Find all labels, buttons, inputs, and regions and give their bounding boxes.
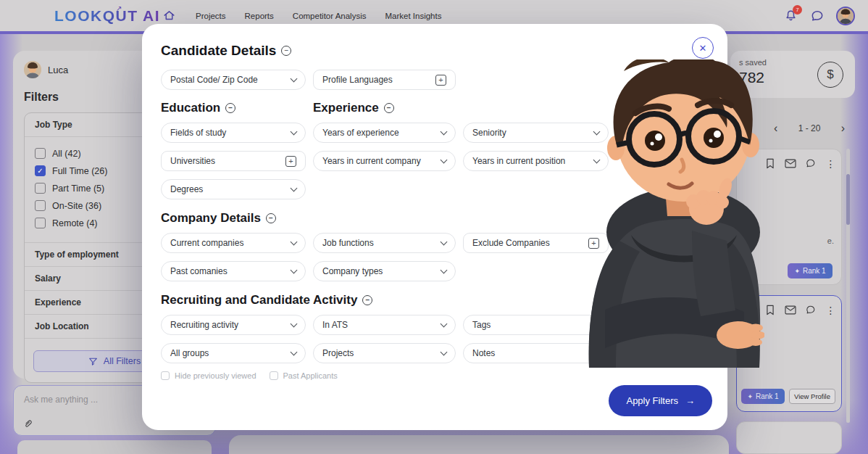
sparkle-icon: ✦ — [747, 393, 753, 400]
dropdown-current-companies[interactable]: Current companies — [161, 233, 306, 253]
checkbox-label: On-Site (36) — [52, 201, 101, 211]
collapse-section-icon[interactable]: − — [384, 103, 394, 113]
dropdown-recruiting-activity[interactable]: Recruiting activity — [161, 315, 306, 335]
input-profile-languages[interactable]: Profile Languages + — [313, 70, 456, 90]
checkbox-box[interactable] — [35, 200, 46, 211]
collapse-section-icon[interactable]: − — [281, 46, 291, 56]
checkbox-box[interactable] — [35, 218, 46, 228]
rank-button[interactable]: ✦ Rank 1 — [788, 263, 832, 278]
checkbox-label: All (42) — [52, 149, 81, 159]
checkbox-label: Full Time (26) — [52, 166, 107, 176]
view-profile-button[interactable]: View Profile — [789, 389, 835, 404]
dollar-icon: $ — [817, 62, 843, 88]
ask-placeholder: Ask me anything ... — [24, 395, 98, 405]
dropdown-in-ats[interactable]: In ATS — [313, 315, 456, 335]
arrow-right-icon: → — [685, 395, 695, 406]
mascot-character-illustration — [583, 59, 764, 368]
nav-item-projects[interactable]: Projects — [196, 12, 226, 20]
checkbox-box-checked[interactable]: ✓ — [35, 165, 46, 176]
dropdown-job-functions[interactable]: Job functions — [313, 233, 456, 253]
page-range: 1 - 20 — [798, 123, 821, 133]
nav-item-market-insights[interactable]: Market Insights — [385, 12, 441, 20]
checkbox-past-applicants[interactable]: Past Applicants — [270, 371, 338, 380]
chevron-down-icon — [441, 266, 448, 273]
checkbox-box[interactable] — [35, 148, 46, 159]
chevron-down-icon — [441, 156, 448, 163]
checkbox-label: Remote (4) — [52, 218, 98, 228]
dropdown-label: Seniority — [472, 128, 506, 138]
chevron-down-icon — [291, 184, 298, 191]
kebab-menu-icon[interactable]: ⋮ — [825, 304, 837, 316]
kebab-menu-icon[interactable]: ⋮ — [825, 157, 837, 170]
paperclip-icon[interactable] — [22, 419, 33, 430]
plus-icon: + — [285, 156, 296, 167]
dropdown-label: Profile Languages — [322, 75, 393, 85]
checkbox-hide-previously-viewed[interactable]: Hide previously viewed — [161, 371, 256, 380]
brand-logo[interactable]: LOOKQUT AI — [54, 7, 160, 25]
dropdown-label: Tags — [472, 320, 491, 330]
notification-badge: 7 — [793, 5, 802, 15]
page-prev-icon[interactable]: ‹ — [774, 123, 777, 134]
user-avatar[interactable] — [836, 7, 855, 25]
dropdown-label: Current companies — [170, 238, 243, 248]
dropdown-company-types[interactable]: Company types — [313, 261, 456, 281]
nav-item-competitor-analysis[interactable]: Competitor Analysis — [293, 12, 367, 20]
bookmark-icon[interactable] — [764, 157, 776, 170]
dropdown-label: Past comanies — [170, 266, 228, 276]
dropdown-years-in-current-company[interactable]: Years in current company — [313, 151, 456, 171]
rank-label: Rank 1 — [803, 267, 826, 275]
dropdown-label: All groups — [170, 348, 209, 358]
checkbox-label: Past Applicants — [283, 371, 338, 380]
bookmark-icon[interactable] — [764, 304, 776, 316]
collapse-section-icon[interactable]: − — [362, 295, 372, 305]
dropdown-label: Exclude Companies — [472, 238, 550, 248]
dropdown-postal-code[interactable]: Postal Code/ Zip Code — [161, 70, 306, 90]
scrollbar-thumb[interactable] — [846, 174, 850, 225]
notifications-bell-icon[interactable]: 7 — [783, 8, 798, 24]
nav-item-reports[interactable]: Reports — [245, 12, 274, 20]
home-icon[interactable] — [161, 8, 177, 24]
apply-filters-label: Apply Filters — [626, 395, 678, 406]
dropdown-label: Company types — [322, 266, 383, 276]
section-heading-education: Education − — [161, 101, 306, 115]
results-scrollbar[interactable] — [846, 149, 850, 423]
close-icon[interactable]: ✕ — [692, 37, 714, 59]
dropdown-label: In ATS — [322, 320, 348, 330]
dropdown-projects[interactable]: Projects — [313, 343, 456, 363]
dropdown-degrees[interactable]: Degrees — [161, 179, 306, 199]
email-icon[interactable] — [784, 304, 796, 316]
dropdown-label: Years in current position — [472, 156, 565, 166]
message-icon[interactable] — [804, 304, 817, 316]
checkbox-box[interactable] — [35, 183, 46, 194]
dropdown-past-companies[interactable]: Past comanies — [161, 261, 306, 281]
collapse-section-icon[interactable]: − — [266, 213, 276, 223]
message-icon[interactable] — [804, 157, 817, 170]
chevron-down-icon — [441, 348, 448, 355]
dropdown-label: Job functions — [322, 238, 374, 248]
results-panel-edge — [229, 435, 729, 454]
chat-bubble-icon[interactable] — [809, 8, 825, 24]
rank-button[interactable]: ✦ Rank 1 — [741, 389, 785, 404]
checkbox-label: Hide previously viewed — [175, 371, 256, 380]
dropdown-label: Projects — [322, 348, 354, 358]
page-next-icon[interactable]: › — [841, 123, 845, 134]
dropdown-label: Recruiting activity — [170, 320, 238, 330]
email-icon[interactable] — [784, 157, 796, 170]
apply-filters-button[interactable]: Apply Filters → — [609, 385, 712, 416]
candidate-card-partial — [736, 421, 842, 454]
input-universities[interactable]: Universities + — [161, 151, 306, 171]
dropdown-label: Years in current company — [322, 156, 421, 166]
modal-title: Candidate Details — [161, 43, 276, 59]
dropdown-years-of-experience[interactable]: Years of experience — [313, 123, 456, 143]
checkbox-box[interactable] — [270, 371, 278, 380]
dropdown-all-groups[interactable]: All groups — [161, 343, 306, 363]
checkbox-box[interactable] — [161, 371, 170, 380]
chevron-down-icon — [441, 320, 448, 327]
sparkle-icon: ✦ — [794, 268, 800, 275]
dropdown-label: Postal Code/ Zip Code — [170, 75, 258, 85]
section-heading-experience: Experience − — [313, 101, 609, 115]
dropdown-fields-of-study[interactable]: Fields of study — [161, 123, 306, 143]
collapse-section-icon[interactable]: − — [225, 103, 235, 113]
check-icon: ✓ — [37, 167, 43, 175]
rank-label: Rank 1 — [756, 392, 779, 400]
